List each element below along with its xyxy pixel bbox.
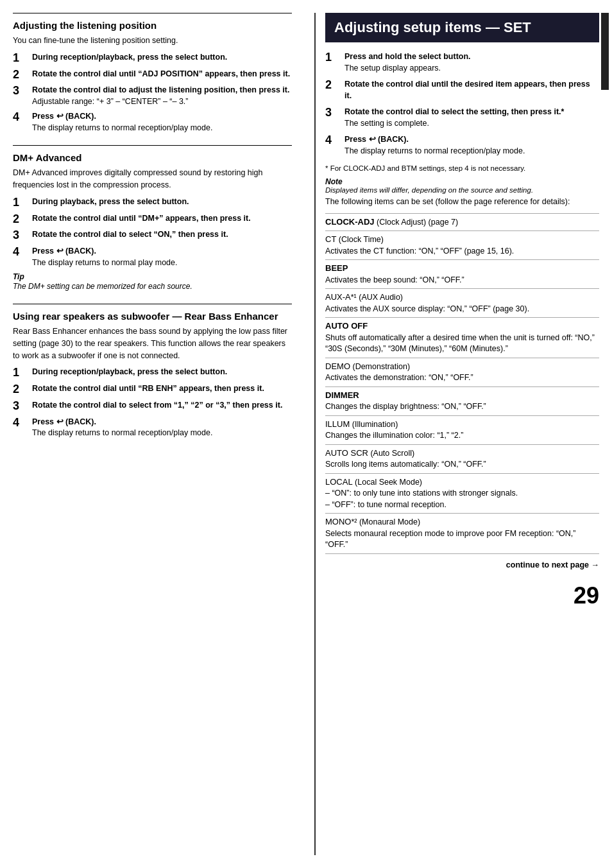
set-step-content: Rotate the control dial until the desire… <box>344 79 599 101</box>
item-name: ILLUM <box>325 419 350 429</box>
section1-intro: You can fine-tune the listening position… <box>13 35 292 47</box>
table-row: AUTO OFFShuts off automatically after a … <box>325 318 599 358</box>
set-step-content: Press ↩ (BACK). The display returns to n… <box>344 134 525 157</box>
footnote1: * For CLOCK-ADJ and BTM settings, step 4… <box>325 163 599 173</box>
set-step-number: 4 <box>325 134 342 157</box>
item-name-suffix: *¹ (AUX Audio) <box>351 293 403 302</box>
step-content: During reception/playback, press the sel… <box>32 52 227 65</box>
item-name: CT <box>325 234 336 244</box>
step-number: 4 <box>13 417 30 439</box>
set-step-number: 3 <box>325 107 342 129</box>
set-step: 2 Rotate the control dial until the desi… <box>325 79 599 101</box>
item-name-suffix: (Demonstration) <box>350 362 410 371</box>
item-desc: Activates the beep sound: “ON,” “OFF.” <box>325 275 464 284</box>
item-cell: AUTO SCR (Auto Scroll)Scrolls long items… <box>325 444 599 473</box>
section-dm-plus: DM+ Advanced DM+ Advanced improves digit… <box>13 145 292 292</box>
table-row: CLOCK-ADJ (Clock Adjust) (page 7) <box>325 213 599 231</box>
section2-intro: DM+ Advanced improves digitally compress… <box>13 167 292 191</box>
step: 1 During reception/playback, press the s… <box>13 52 292 65</box>
item-name-suffix: (Illumination) <box>350 420 398 429</box>
item-cell: AUTO OFFShuts off automatically after a … <box>325 318 599 358</box>
item-name-suffix: (Local Seek Mode) <box>353 478 422 487</box>
section1-title: Adjusting the listening position <box>13 20 292 31</box>
step: 4 Press ↩ (BACK). The display returns to… <box>13 417 292 439</box>
item-desc: Changes the display brightness: “ON,” “O… <box>325 402 486 411</box>
section-rear-bass: Using rear speakers as subwoofer — Rear … <box>13 304 292 439</box>
item-desc: Shuts off automatically after a desired … <box>325 333 595 354</box>
item-cell: ILLUM (Illumination)Changes the illumina… <box>325 415 599 444</box>
step-number: 1 <box>13 367 30 379</box>
table-row: BEEPActivates the beep sound: “ON,” “OFF… <box>325 260 599 289</box>
item-cell: BEEPActivates the beep sound: “ON,” “OFF… <box>325 260 599 289</box>
page-number: 29 <box>574 582 599 609</box>
item-cell: CT (Clock Time)Activates the CT function… <box>325 231 599 260</box>
step: 1 During reception/playback, press the s… <box>13 367 292 379</box>
note-label: Note <box>325 177 599 186</box>
step-number: 2 <box>13 69 30 82</box>
step: 4 Press ↩ (BACK). The display returns to… <box>13 246 292 268</box>
step: 4 Press ↩ (BACK). The display returns to… <box>13 111 292 134</box>
item-name: LOCAL <box>325 477 353 487</box>
step: 2 Rotate the control dial until “DM+” ap… <box>13 213 292 226</box>
step-content: Rotate the control dial to select from “… <box>32 400 282 413</box>
item-name-suffix: (Clock Time) <box>336 235 384 244</box>
item-cell: DIMMERChanges the display brightness: “O… <box>325 386 599 415</box>
dark-accent-tab <box>601 13 609 90</box>
step-number: 1 <box>13 196 30 209</box>
item-cell: DEMO (Demonstration)Activates the demons… <box>325 358 599 386</box>
left-column: Adjusting the listening position You can… <box>13 13 302 855</box>
note-text: Displayed items will differ, depending o… <box>325 186 599 194</box>
item-name: AUX-A <box>325 292 351 302</box>
item-name-suffix: *² (Monaural Mode) <box>351 517 420 526</box>
section2-title: DM+ Advanced <box>13 152 292 163</box>
step-number: 3 <box>13 229 30 242</box>
item-name: DEMO <box>325 361 350 371</box>
item-name: DIMMER <box>325 390 359 400</box>
item-desc: Changes the illumination color: “1,” “2.… <box>325 431 463 440</box>
step-content: Rotate the control dial to adjust the li… <box>32 85 289 107</box>
step-content: Rotate the control dial until “DM+” appe… <box>32 213 251 226</box>
step: 1 During playback, press the select butt… <box>13 196 292 209</box>
step-content: Press ↩ (BACK). The display returns to n… <box>32 417 212 439</box>
item-cell: MONO*² (Monaural Mode)Selects monaural r… <box>325 514 599 554</box>
section3-steps: 1 During reception/playback, press the s… <box>13 367 292 438</box>
step: 2 Rotate the control dial until “RB ENH”… <box>13 383 292 396</box>
item-desc: Selects monaural reception mode to impro… <box>325 529 575 550</box>
step-content: Rotate the control dial until “RB ENH” a… <box>32 383 264 396</box>
step-number: 1 <box>13 52 30 65</box>
set-step: 1 Press and hold the select button. The … <box>325 51 599 74</box>
step-number: 4 <box>13 246 30 268</box>
step-content: Rotate the control dial to select “ON,” … <box>32 229 228 242</box>
table-row: ILLUM (Illumination)Changes the illumina… <box>325 415 599 444</box>
step-number: 2 <box>13 383 30 396</box>
item-cell: CLOCK-ADJ (Clock Adjust) (page 7) <box>325 213 599 231</box>
step-content: Press ↩ (BACK). The display returns to n… <box>32 111 212 134</box>
step-content: Press ↩ (BACK). The display returns to n… <box>32 246 178 268</box>
set-steps: 1 Press and hold the select button. The … <box>325 51 599 157</box>
step-number: 4 <box>13 111 30 134</box>
step: 3 Rotate the control dial to select from… <box>13 400 292 413</box>
table-row: CT (Clock Time)Activates the CT function… <box>325 231 599 260</box>
set-step-number: 2 <box>325 79 342 101</box>
continue-text: continue to next page → <box>325 560 599 569</box>
tip-text: The DM+ setting can be memorized for eac… <box>13 281 292 292</box>
table-row: MONO*² (Monaural Mode)Selects monaural r… <box>325 514 599 554</box>
item-desc: Activates the AUX source display: “ON,” … <box>325 304 529 313</box>
step-content: During playback, press the select button… <box>32 196 189 209</box>
table-row: DEMO (Demonstration)Activates the demons… <box>325 358 599 386</box>
section3-intro: Rear Bass Enhancer enhances the bass sou… <box>13 326 292 361</box>
step-content: Rotate the control dial until “ADJ POSIT… <box>32 69 290 82</box>
set-step: 4 Press ↩ (BACK). The display returns to… <box>325 134 599 157</box>
item-desc: Scrolls long items automatically: “ON,” … <box>325 460 486 469</box>
step: 3 Rotate the control dial to adjust the … <box>13 85 292 107</box>
section-listening-position: Adjusting the listening position You can… <box>13 13 292 134</box>
table-row: DIMMERChanges the display brightness: “O… <box>325 386 599 415</box>
section3-title: Using rear speakers as subwoofer — Rear … <box>13 311 292 322</box>
step: 3 Rotate the control dial to select “ON,… <box>13 229 292 242</box>
page-number-area: 29 <box>325 582 599 609</box>
item-cell: AUX-A*¹ (AUX Audio)Activates the AUX sou… <box>325 289 599 318</box>
table-row: LOCAL (Local Seek Mode)– “ON”: to only t… <box>325 473 599 514</box>
item-name: BEEP <box>325 263 348 273</box>
item-desc: Activates the demonstration: “ON,” “OFF.… <box>325 373 473 382</box>
right-header-title: Adjusting setup items — SET <box>334 19 590 36</box>
